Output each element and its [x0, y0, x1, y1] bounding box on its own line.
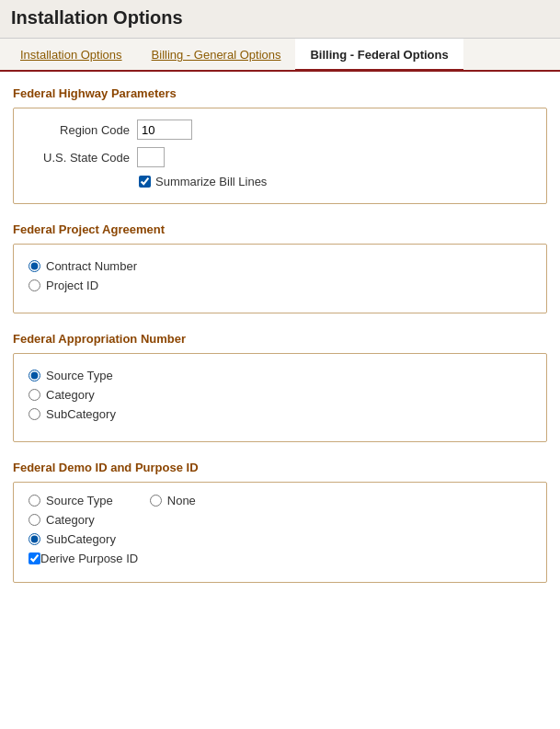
appropriation-category-radio[interactable] — [29, 389, 40, 401]
appropriation-category-row: Category — [29, 388, 531, 402]
region-code-input[interactable] — [137, 120, 192, 140]
federal-demo-title: Federal Demo ID and Purpose ID — [13, 461, 547, 474]
federal-appropriation-radio-group: Source Type Category SubCategory — [29, 365, 531, 430]
appropriation-source-type-radio[interactable] — [29, 370, 40, 382]
contract-number-label: Contract Number — [46, 259, 137, 273]
demo-none-label: None — [167, 494, 196, 507]
demo-subcategory-row: SubCategory — [29, 532, 531, 546]
federal-highway-box: Region Code U.S. State Code Summarize Bi… — [13, 108, 547, 204]
federal-project-box: Contract Number Project ID — [13, 244, 547, 313]
demo-subcategory-radio[interactable] — [29, 533, 40, 545]
us-state-code-label: U.S. State Code — [29, 151, 130, 165]
us-state-code-row: U.S. State Code — [29, 147, 531, 167]
tab-billing-federal[interactable]: Billing - Federal Options — [295, 39, 463, 72]
summarize-bill-lines-label: Summarize Bill Lines — [155, 175, 267, 188]
tabs-bar: Installation Options Billing - General O… — [0, 39, 560, 72]
project-id-row: Project ID — [29, 279, 531, 292]
federal-project-title: Federal Project Agreement — [13, 222, 547, 236]
appropriation-source-type-label: Source Type — [46, 369, 113, 382]
content-area: Federal Highway Parameters Region Code U… — [0, 72, 560, 616]
region-code-row: Region Code — [29, 120, 531, 140]
contract-number-radio[interactable] — [29, 260, 40, 272]
appropriation-subcategory-radio[interactable] — [29, 408, 40, 420]
federal-demo-box: Source Type None Category SubCategory De… — [13, 482, 547, 583]
federal-appropriation-box: Source Type Category SubCategory — [13, 353, 547, 442]
derive-purpose-id-row: Derive Purpose ID — [29, 552, 531, 565]
us-state-code-input[interactable] — [137, 147, 165, 167]
contract-number-row: Contract Number — [29, 259, 531, 273]
tab-billing-general[interactable]: Billing - General Options — [137, 39, 296, 72]
region-code-label: Region Code — [29, 123, 130, 137]
demo-category-radio[interactable] — [29, 514, 40, 526]
demo-source-type-radio[interactable] — [29, 495, 40, 507]
demo-source-type-row: Source Type — [29, 494, 113, 507]
summarize-bill-lines-row: Summarize Bill Lines — [139, 175, 531, 188]
appropriation-subcategory-label: SubCategory — [46, 407, 116, 421]
appropriation-category-label: Category — [46, 388, 95, 402]
appropriation-source-type-row: Source Type — [29, 369, 531, 382]
demo-category-label: Category — [46, 513, 95, 527]
project-id-label: Project ID — [46, 279, 98, 292]
demo-none-radio[interactable] — [150, 495, 162, 507]
page-header: Installation Options — [0, 0, 560, 39]
demo-subcategory-label: SubCategory — [46, 532, 116, 546]
project-id-radio[interactable] — [29, 279, 40, 291]
demo-category-row: Category — [29, 513, 531, 527]
federal-demo-top-row: Source Type None — [29, 494, 531, 513]
derive-purpose-id-label: Derive Purpose ID — [40, 552, 138, 565]
federal-project-radio-group: Contract Number Project ID — [29, 256, 531, 302]
derive-purpose-id-checkbox[interactable] — [29, 552, 40, 564]
demo-none-row: None — [150, 494, 196, 507]
appropriation-subcategory-row: SubCategory — [29, 407, 531, 421]
tab-installation[interactable]: Installation Options — [6, 39, 137, 72]
federal-appropriation-title: Federal Appropriation Number — [13, 332, 547, 346]
summarize-bill-lines-checkbox[interactable] — [139, 176, 151, 188]
demo-source-type-label: Source Type — [46, 494, 113, 507]
page-title: Installation Options — [11, 7, 549, 28]
federal-highway-title: Federal Highway Parameters — [13, 86, 547, 100]
